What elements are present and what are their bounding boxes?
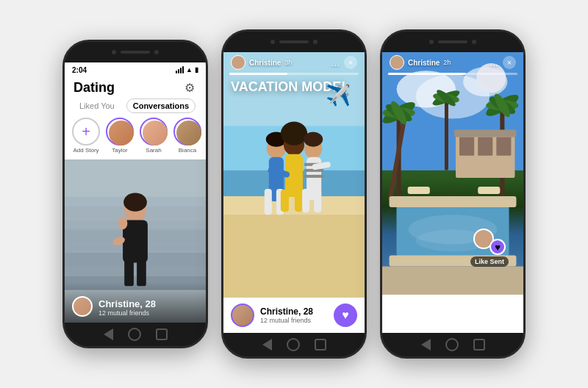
back-button[interactable] [104, 328, 113, 340]
svg-point-15 [118, 217, 128, 229]
profile-text: Christine, 28 12 mutual friends [260, 306, 313, 324]
phone-2: Christine 3h ... × VACATION MODE! ✈️ [221, 29, 367, 359]
story-time: 3h [284, 59, 292, 66]
story-user-info-p3: Christine 2h [390, 55, 451, 70]
profile-name: Christine, 28 [260, 306, 313, 317]
close-story-button[interactable]: × [344, 56, 357, 69]
card-name: Christine, 28 [98, 298, 156, 309]
home-button-p2[interactable] [287, 338, 300, 351]
recents-button-p3[interactable] [473, 339, 485, 351]
story-user-info: Christine 3h [231, 55, 292, 70]
camera-dot-2 [154, 50, 159, 54]
status-icons: ▲ ▮ [176, 66, 198, 73]
home-button[interactable] [128, 328, 141, 341]
svg-rect-73 [478, 187, 500, 194]
svg-rect-64 [496, 137, 511, 156]
svg-rect-24 [265, 189, 272, 215]
taylor-avatar [109, 121, 134, 146]
resort-screen: Christine 2h ... × ♥ [382, 52, 523, 333]
story-progress-p3 [388, 73, 517, 75]
profile-sub: 12 mutual friends [260, 317, 313, 324]
card-avatar [72, 296, 93, 317]
story-ring-bianca [173, 118, 201, 146]
speaker-p2 [279, 40, 309, 43]
add-circle: + [72, 118, 100, 146]
like-sent-overlay: ♥ Like Sent [470, 229, 509, 267]
story-ring-sarah [140, 118, 168, 146]
story-user-avatar-p3 [390, 55, 404, 70]
camera-dot-p2b [313, 40, 318, 44]
recents-button[interactable] [156, 328, 168, 340]
svg-rect-57 [445, 96, 448, 170]
like-button[interactable]: ♥ [334, 303, 357, 327]
profile-avatar [231, 303, 254, 327]
tab-conversations[interactable]: Conversations [126, 98, 196, 113]
phone-1-bottom-bar [65, 323, 206, 346]
svg-rect-62 [459, 137, 474, 156]
story-sarah[interactable]: Sarah [140, 118, 168, 154]
phone-3-top-bar [382, 32, 523, 52]
story-actions-p3: ... × [490, 56, 516, 69]
match-card[interactable]: Christine, 28 12 mutual friends [65, 159, 206, 323]
tab-liked-you[interactable]: Liked You [74, 99, 121, 112]
phone-2-screen: Christine 3h ... × VACATION MODE! ✈️ [223, 52, 365, 333]
svg-rect-37 [302, 189, 309, 212]
svg-rect-29 [281, 190, 289, 212]
phone-1-top-bar [65, 42, 206, 62]
svg-point-10 [123, 193, 147, 211]
story-username: Christine [249, 59, 281, 67]
settings-icon[interactable]: ⚙ [182, 81, 197, 96]
airplane-emoji: ✈️ [326, 83, 351, 107]
sarah-label: Sarah [146, 147, 161, 154]
like-sent-text: Like Sent [470, 256, 509, 267]
close-story-button-p3[interactable]: × [503, 56, 516, 69]
battery-icon: ▮ [195, 66, 198, 73]
phone-1-screen: 2:04 ▲ ▮ Dating ⚙ [65, 62, 206, 323]
svg-rect-72 [408, 187, 430, 194]
phone-3: Christine 2h ... × ♥ [380, 29, 526, 359]
story-profile: Christine, 28 12 mutual friends [231, 303, 313, 327]
avatar-pair: ♥ [473, 229, 506, 255]
svg-point-27 [281, 121, 307, 145]
back-button-p3[interactable] [421, 339, 431, 351]
camera-dot-p3 [429, 40, 434, 44]
wifi-icon: ▲ [186, 66, 193, 73]
resort-photo [382, 52, 523, 333]
more-options-icon[interactable]: ... [331, 57, 340, 68]
dating-header: Dating ⚙ [65, 77, 206, 98]
svg-rect-8 [65, 267, 206, 276]
add-story-button[interactable]: + Add Story [72, 118, 100, 154]
signal-icon [176, 66, 184, 73]
phone-2-top-bar [223, 32, 365, 52]
page-title: Dating [74, 80, 115, 96]
speaker [121, 51, 150, 54]
more-options-icon-p3[interactable]: ... [490, 57, 498, 68]
add-story-label: Add Story [73, 147, 98, 154]
phone-2-bottom-bar [223, 333, 365, 356]
story-screen: Christine 3h ... × VACATION MODE! ✈️ [223, 52, 365, 333]
card-info: Christine, 28 12 mutual friends [65, 281, 206, 323]
svg-rect-30 [295, 190, 303, 212]
taylor-label: Taylor [112, 147, 127, 154]
home-button-p3[interactable] [445, 338, 459, 351]
resort-svg [382, 52, 523, 333]
camera-dot-p2 [270, 40, 275, 44]
story-bianca[interactable]: Bianca [173, 118, 201, 154]
story-bottom-bar-p3 [382, 295, 523, 333]
story-progress [229, 73, 359, 75]
recents-button-p2[interactable] [315, 339, 326, 351]
story-top-bar-p3: Christine 2h ... × [382, 52, 523, 73]
story-time-p3: 2h [443, 59, 451, 66]
progress-fill [229, 73, 287, 75]
story-taylor[interactable]: Taylor [106, 118, 134, 154]
bianca-label: Bianca [179, 147, 196, 154]
back-button-p2[interactable] [262, 339, 272, 351]
story-username-p3: Christine [408, 59, 440, 67]
story-bottom-info: Christine, 28 12 mutual friends ♥ [223, 298, 365, 333]
story-user-avatar [231, 55, 245, 70]
phone-3-bottom-bar [382, 333, 523, 356]
camera-dot-p3b [472, 40, 476, 44]
phone-1: 2:04 ▲ ▮ Dating ⚙ [62, 40, 208, 348]
phone-3-screen: Christine 2h ... × ♥ [382, 52, 523, 333]
heart-sent-icon: ♥ [490, 239, 506, 255]
